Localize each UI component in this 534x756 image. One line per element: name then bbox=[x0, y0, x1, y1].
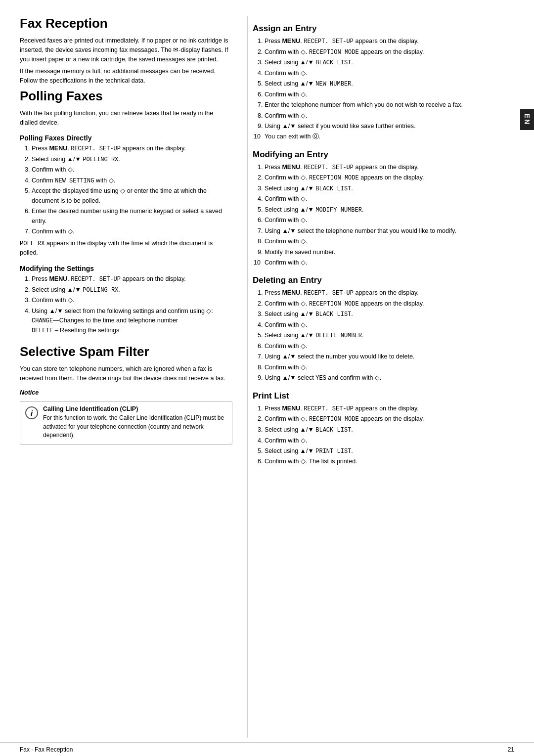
footer-right: 21 bbox=[508, 746, 514, 753]
list-item: Confirm with ◇. bbox=[265, 194, 514, 204]
list-item: Select using ▲/▼ BLACK LIST. bbox=[265, 184, 514, 194]
print-list-steps: Press MENU. RECEPT. SET-UP appears on th… bbox=[262, 404, 514, 467]
delete-entry-title: Deleting an Entry bbox=[253, 275, 514, 285]
list-item: Confirm with ◇. RECEPTION MODE appears o… bbox=[265, 414, 514, 424]
notice-box: i Calling Line Identification (CLIP) For… bbox=[20, 401, 232, 444]
list-item: Confirm with ◇. bbox=[265, 436, 514, 445]
polling-directly-steps: Press MENU. RECEPT. SET-UP appears on th… bbox=[29, 144, 232, 236]
list-item: Using ▲/▼ select the telephone number th… bbox=[265, 226, 514, 236]
modifying-settings-title: Modifying the Settings bbox=[20, 265, 232, 272]
list-item: Confirm with ◇. RECEPTION MODE appears o… bbox=[265, 47, 514, 57]
spam-filter-title: Selective Spam Filter bbox=[20, 344, 232, 359]
list-item: Press MENU. RECEPT. SET-UP appears on th… bbox=[265, 288, 514, 298]
left-column: Fax Reception Received faxes are printed… bbox=[20, 16, 247, 738]
list-item: Confirm with ◇. bbox=[265, 342, 514, 351]
list-item: Confirm with ◇. bbox=[32, 227, 232, 236]
right-column: Assign an Entry Press MENU. RECEPT. SET-… bbox=[247, 16, 514, 738]
en-tab: EN bbox=[520, 109, 534, 130]
assign-entry-steps: Press MENU. RECEPT. SET-UP appears on th… bbox=[262, 37, 514, 142]
list-item: Press MENU. RECEPT. SET-UP appears on th… bbox=[265, 163, 514, 173]
notice-title: Calling Line Identification (CLIP) bbox=[43, 405, 227, 412]
info-icon: i bbox=[25, 406, 38, 419]
list-item: Select using ▲/▼ POLLING RX. bbox=[32, 155, 232, 165]
fax-reception-para2: If the message memory is full, no additi… bbox=[20, 67, 232, 86]
list-item: Select using ▲/▼ MODIFY NUMBER. bbox=[265, 205, 514, 215]
polling-faxes-para: With the fax polling function, you can r… bbox=[20, 109, 232, 128]
notice-content: Calling Line Identification (CLIP) For t… bbox=[43, 405, 227, 440]
list-item: Select using ▲/▼ BLACK LIST. bbox=[265, 425, 514, 435]
page: EN Fax Reception Received faxes are prin… bbox=[0, 0, 534, 756]
list-item: Select using ▲/▼ BLACK LIST. bbox=[265, 310, 514, 319]
list-item: Enter the telephone number from which yo… bbox=[265, 100, 514, 110]
list-item: You can exit with ⓪. bbox=[265, 132, 514, 141]
spam-filter-para: You can store ten telephone numbers, whi… bbox=[20, 364, 232, 383]
list-item: Confirm with ◇. The list is printed. bbox=[265, 457, 514, 466]
list-item: Confirm with ◇. RECEPTION MODE appears o… bbox=[265, 173, 514, 183]
assign-entry-title: Assign an Entry bbox=[253, 24, 514, 34]
list-item: Select using ▲/▼ BLACK LIST. bbox=[265, 58, 514, 68]
list-item: Confirm with ◇. bbox=[265, 258, 514, 267]
list-item: Accept the displayed time using ◇ or ent… bbox=[32, 186, 232, 206]
list-item: Confirm with ◇. bbox=[265, 320, 514, 330]
modify-entry-title: Modifying an Entry bbox=[253, 150, 514, 160]
content-area: Fax Reception Received faxes are printed… bbox=[0, 0, 534, 743]
modifying-settings-steps: Press MENU. RECEPT. SET-UP appears on th… bbox=[29, 274, 232, 335]
notice-text: For this function to work, the Caller Li… bbox=[43, 414, 227, 440]
list-item: Select using ▲/▼ DELETE NUMBER. bbox=[265, 331, 514, 341]
notice-label: Notice bbox=[20, 388, 232, 398]
list-item: Confirm with ◇. bbox=[265, 90, 514, 99]
polling-directly-note: POLL RX appears in the display with the … bbox=[20, 239, 232, 258]
list-item: Modify the saved number. bbox=[265, 248, 514, 257]
list-item: Press MENU. RECEPT. SET-UP appears on th… bbox=[265, 404, 514, 414]
list-item: Using ▲/▼ select if you would like save … bbox=[265, 122, 514, 131]
list-item: Confirm with ◇. bbox=[265, 363, 514, 372]
list-item: Using ▲/▼ select from the following sett… bbox=[32, 307, 232, 336]
list-item: Enter the desired number using the numer… bbox=[32, 207, 232, 226]
list-item: Confirm with ◇. bbox=[32, 296, 232, 305]
list-item: Using ▲/▼ select the number you would li… bbox=[265, 352, 514, 361]
list-item: Press MENU. RECEPT. SET-UP appears on th… bbox=[32, 144, 232, 154]
list-item: Press MENU. RECEPT. SET-UP appears on th… bbox=[32, 274, 232, 284]
list-item: Confirm with ◇. bbox=[265, 237, 514, 246]
list-item: Confirm with ◇. bbox=[265, 69, 514, 78]
polling-faxes-title: Polling Faxes bbox=[20, 89, 232, 104]
footer-left: Fax · Fax Reception bbox=[20, 746, 73, 753]
list-item: Select using ▲/▼ PRINT LIST. bbox=[265, 446, 514, 456]
list-item: Confirm with ◇. bbox=[32, 165, 232, 175]
list-item: Select using ▲/▼ POLLING RX. bbox=[32, 285, 232, 295]
footer: Fax · Fax Reception 21 bbox=[0, 743, 534, 756]
list-item: Confirm with ◇. bbox=[265, 111, 514, 121]
list-item: Confirm NEW SETTING with ◇. bbox=[32, 176, 232, 186]
fax-reception-title: Fax Reception bbox=[20, 16, 232, 31]
list-item: Using ▲/▼ select YES and confirm with ◇. bbox=[265, 373, 514, 383]
polling-directly-title: Polling Faxes Directly bbox=[20, 134, 232, 142]
list-item: Select using ▲/▼ NEW NUMBER. bbox=[265, 79, 514, 89]
print-list-title: Print List bbox=[253, 391, 514, 401]
delete-entry-steps: Press MENU. RECEPT. SET-UP appears on th… bbox=[262, 288, 514, 383]
fax-reception-para1: Received faxes are printed out immediate… bbox=[20, 36, 232, 64]
list-item: Press MENU. RECEPT. SET-UP appears on th… bbox=[265, 37, 514, 46]
modify-entry-steps: Press MENU. RECEPT. SET-UP appears on th… bbox=[262, 163, 514, 268]
list-item: Confirm with ◇. RECEPTION MODE appears o… bbox=[265, 299, 514, 309]
list-item: Confirm with ◇. bbox=[265, 216, 514, 225]
